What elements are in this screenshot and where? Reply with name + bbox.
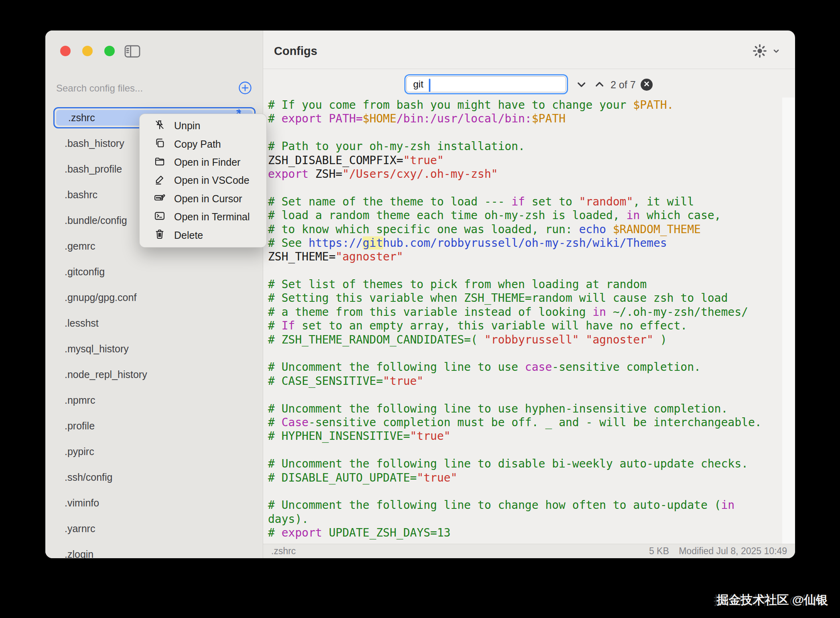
code-line: # Uncomment the following line to use hy…	[268, 402, 762, 416]
search-match-highlight: git	[363, 236, 383, 250]
code-line: # If you come from bash you might have t…	[268, 98, 762, 112]
find-close-button[interactable]	[641, 79, 653, 91]
code-line: # Set list of themes to pick from when l…	[268, 278, 762, 291]
sidebar-item[interactable]: .gitconfig	[53, 261, 256, 283]
watermark: 掘金技术社区 @仙银	[716, 592, 828, 608]
code-line: # export UPDATE_ZSH_DAYS=13	[268, 526, 762, 540]
code-line: export ZSH="/Users/cxy/.oh-my-zsh"	[268, 167, 762, 181]
code-editor[interactable]: # If you come from bash you might have t…	[268, 98, 762, 540]
menu-item-open-in-terminal[interactable]: Open in Terminal	[140, 208, 266, 226]
status-file-size: 5 KB	[649, 546, 669, 556]
cursor-input-icon	[154, 192, 165, 205]
code-line: ZSH_THEME="agnoster"	[268, 250, 762, 264]
traffic-zoom-button[interactable]	[104, 46, 115, 56]
code-line: # load a random theme each time oh-my-zs…	[268, 209, 762, 222]
code-line: # Setting this variable when ZSH_THEME=r…	[268, 291, 762, 305]
sidebar-item[interactable]: .lesshst	[53, 313, 256, 334]
menu-item-label: Open in Finder	[174, 157, 240, 168]
traffic-close-button[interactable]	[60, 46, 71, 56]
page-title: Configs	[274, 45, 317, 58]
pin-slash-icon	[154, 119, 165, 133]
sidebar-item[interactable]: .pypirc	[53, 441, 256, 462]
code-line: # Case-sensitive completion must be off.…	[268, 416, 762, 429]
context-menu: UnpinCopy PathOpen in FinderOpen in VSCo…	[139, 114, 267, 248]
sidebar-item[interactable]: .zlogin	[53, 544, 256, 558]
text-cursor	[429, 79, 430, 92]
menu-item-delete[interactable]: Delete	[140, 226, 266, 244]
sidebar-item[interactable]: .npmrc	[53, 390, 256, 411]
theme-sun-icon[interactable]	[752, 43, 767, 60]
code-line: # If set to an empty array, this variabl…	[268, 319, 762, 333]
close-icon	[643, 81, 650, 89]
code-line: # DISABLE_AUTO_UPDATE="true"	[268, 471, 762, 485]
add-config-button[interactable]	[238, 81, 252, 95]
code-line: # HYPHEN_INSENSITIVE="true"	[268, 429, 762, 443]
status-file-meta: 5 KB Modified Jul 8, 2025 10:49	[642, 546, 787, 557]
code-line	[268, 443, 762, 457]
menu-item-label: Open in Cursor	[174, 193, 242, 205]
menu-item-open-in-cursor[interactable]: Open in Cursor	[140, 190, 266, 208]
theme-chevron-down-icon[interactable]	[771, 46, 781, 57]
code-line: # Set name of the theme to load --- if s…	[268, 195, 762, 209]
code-line: # a theme from this variable instead of …	[268, 305, 762, 319]
sidebar-item[interactable]: .mysql_history	[53, 338, 256, 360]
menu-item-label: Unpin	[174, 120, 200, 132]
menu-item-label: Open in Terminal	[174, 211, 250, 223]
find-prev-chevron-up-icon[interactable]	[594, 79, 605, 90]
status-bar: .zshrc 5 KB Modified Jul 8, 2025 10:49	[263, 544, 795, 558]
menu-item-label: Delete	[174, 230, 203, 241]
status-filename: .zshrc	[271, 546, 296, 557]
menu-item-label: Open in VSCode	[174, 175, 250, 186]
code-line: ZSH_DISABLE_COMPFIX="true"	[268, 154, 762, 167]
header-divider	[263, 69, 795, 69]
folder-icon	[154, 156, 165, 169]
find-field	[404, 74, 568, 94]
code-line: # export PATH=$HOME/bin:/usr/local/bin:$…	[268, 112, 762, 126]
code-line: # to know which specific one was loaded,…	[268, 223, 762, 236]
code-line: # Uncomment the following line to change…	[268, 498, 762, 512]
app-window: Search config files... .zshrc.bash_histo…	[45, 30, 795, 558]
menu-item-open-in-vscode[interactable]: Open in VSCode	[140, 171, 266, 189]
code-line	[268, 347, 762, 360]
sidebar-item[interactable]: .profile	[53, 415, 256, 437]
code-line	[268, 126, 762, 140]
copy-icon	[154, 137, 165, 151]
sidebar: Search config files... .zshrc.bash_histo…	[45, 30, 263, 558]
code-line	[268, 264, 762, 278]
code-line: # Uncomment the following line to use ca…	[268, 360, 762, 374]
traffic-minimize-button[interactable]	[82, 46, 93, 56]
menu-item-open-in-finder[interactable]: Open in Finder	[140, 153, 266, 171]
menu-item-unpin[interactable]: Unpin	[140, 117, 266, 135]
scrollbar[interactable]	[782, 98, 795, 544]
sidebar-item[interactable]: .ssh/config	[53, 467, 256, 488]
toggle-sidebar-icon[interactable]	[124, 45, 140, 59]
trash-icon	[154, 228, 165, 242]
code-line: days).	[268, 512, 762, 526]
code-line	[268, 388, 762, 402]
sidebar-item[interactable]: .gnupg/gpg.conf	[53, 287, 256, 308]
pencil-icon	[154, 174, 165, 187]
search-input[interactable]: Search config files...	[56, 81, 233, 96]
find-match-count: 2 of 7	[611, 79, 636, 91]
find-next-chevron-down-icon[interactable]	[576, 79, 587, 90]
status-modified: Modified Jul 8, 2025 10:49	[679, 546, 787, 556]
sidebar-item[interactable]: .yarnrc	[53, 518, 256, 539]
code-line: # Path to your oh-my-zsh installation.	[268, 140, 762, 153]
sidebar-item[interactable]: .node_repl_history	[53, 364, 256, 385]
code-line: # ZSH_THEME_RANDOM_CANDIDATES=( "robbyru…	[268, 333, 762, 347]
menu-item-label: Copy Path	[174, 138, 221, 150]
find-input[interactable]	[406, 76, 566, 92]
menu-item-copy-path[interactable]: Copy Path	[140, 135, 266, 153]
search-placeholder: Search config files...	[56, 83, 143, 94]
code-line: # See https://github.com/robbyrussell/oh…	[268, 236, 762, 250]
sidebar-item[interactable]: .viminfo	[53, 492, 256, 514]
code-line: # CASE_SENSITIVE="true"	[268, 374, 762, 388]
code-line: # Uncomment the following line to disabl…	[268, 457, 762, 471]
terminal-icon	[154, 210, 165, 224]
code-line	[268, 181, 762, 195]
code-line	[268, 485, 762, 498]
